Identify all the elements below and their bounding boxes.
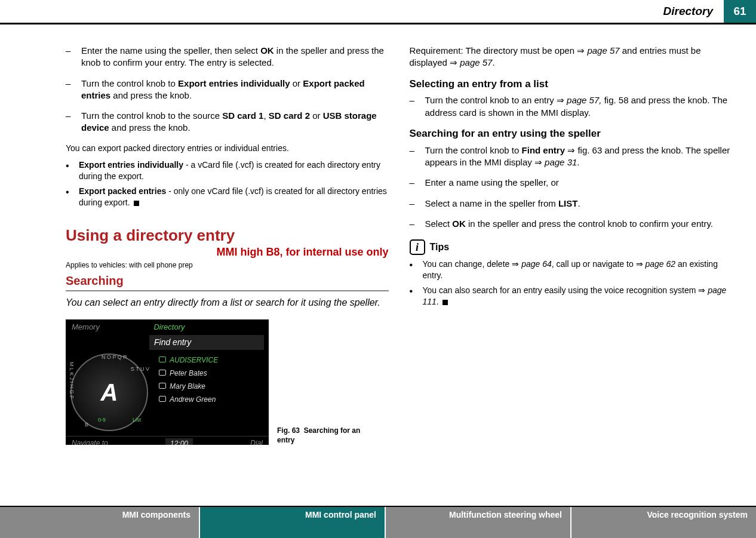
step-item: – Enter a name using the speller, or: [410, 177, 733, 189]
bullet-item: • Export entries individually - a vCard …: [66, 159, 389, 182]
right-column: Requirement: The directory must be open …: [410, 45, 733, 490]
phone-icon: [159, 370, 166, 376]
mmi-entry-list: AUDISERVICE Peter Bates Mary Blake Andre…: [155, 352, 269, 436]
heading-2: Searching: [66, 273, 389, 291]
tips-header: i Tips: [410, 239, 733, 255]
nav-tab-steering-wheel[interactable]: Multifunction steering wheel: [386, 507, 571, 538]
mmi-dial-label: Dial: [250, 438, 263, 445]
content-area: – Enter the name using the speller, then…: [66, 45, 732, 490]
mmi-screenshot: Memory Directory Find entry A N O P Q R …: [66, 319, 269, 445]
step-item: – Enter the name using the speller, then…: [66, 45, 389, 69]
mmi-clock: 12:00: [165, 438, 193, 445]
end-mark-icon: [442, 300, 448, 305]
nav-tab-components[interactable]: MMI components: [14, 507, 200, 538]
mmi-speller-wheel: A N O P Q R S T U V M L K J I H G F B 0-…: [66, 352, 155, 436]
requirement-text: Requirement: The directory must be open …: [410, 45, 733, 69]
phone-icon: [159, 396, 166, 402]
page-header: Directory 61: [663, 0, 756, 23]
phone-icon: [159, 383, 166, 389]
mmi-memory-label: Memory: [72, 322, 100, 333]
section-title: Directory: [663, 0, 724, 23]
heading-1: Using a directory entry: [66, 225, 389, 246]
step-item: – Turn the control knob to Find entry ⇒ …: [410, 145, 733, 169]
applies-note: Applies to vehicles: with cell phone pre…: [66, 260, 389, 270]
left-column: – Enter the name using the speller, then…: [66, 45, 389, 490]
step-item: – Select a name in the speller from LIST…: [410, 198, 733, 210]
page-number: 61: [724, 0, 756, 23]
step-item: – Select OK in the speller and press the…: [410, 218, 733, 230]
bottom-navigation: MMI components MMI control panel Multifu…: [0, 506, 756, 538]
figure-block: Memory Directory Find entry A N O P Q R …: [66, 319, 389, 445]
watermark-text: MMI high B8, for internal use only: [66, 245, 389, 259]
bullet-item: • You can also search for an entry easil…: [410, 285, 733, 308]
paragraph: You can export packed directory entries …: [66, 143, 389, 154]
mmi-nav-label: Navigate to: [72, 438, 108, 445]
intro-text: You can select an entry directly from a …: [66, 296, 389, 309]
figure-caption: Fig. 63 Searching for an entry: [277, 426, 367, 445]
list-item: AUDISERVICE: [159, 353, 265, 367]
header-divider: [0, 23, 756, 24]
bullet-item: • Export packed entries - only one vCard…: [66, 186, 389, 208]
end-mark-icon: [134, 201, 139, 206]
list-item: Mary Blake: [159, 380, 265, 393]
nav-tab-control-panel[interactable]: MMI control panel: [200, 507, 386, 538]
mmi-directory-label: Directory: [153, 322, 185, 333]
heading-3: Selecting an entry from a list: [410, 78, 733, 91]
nav-tab-voice-recognition[interactable]: Voice recognition system: [571, 507, 756, 538]
heading-3: Searching for an entry using the speller: [410, 127, 733, 141]
mmi-find-entry: Find entry: [149, 335, 264, 350]
step-item: – Turn the control knob to the source SD…: [66, 110, 389, 134]
step-item: – Turn the control knob to Export entrie…: [66, 78, 389, 102]
bullet-item: • You can change, delete ⇒ page 64, call…: [410, 259, 733, 281]
phone-icon: [159, 356, 166, 362]
list-item: Andrew Green: [159, 393, 265, 406]
info-icon: i: [410, 239, 425, 255]
step-item: – Turn the control knob to an entry ⇒ pa…: [410, 94, 733, 119]
list-item: Peter Bates: [159, 367, 265, 380]
